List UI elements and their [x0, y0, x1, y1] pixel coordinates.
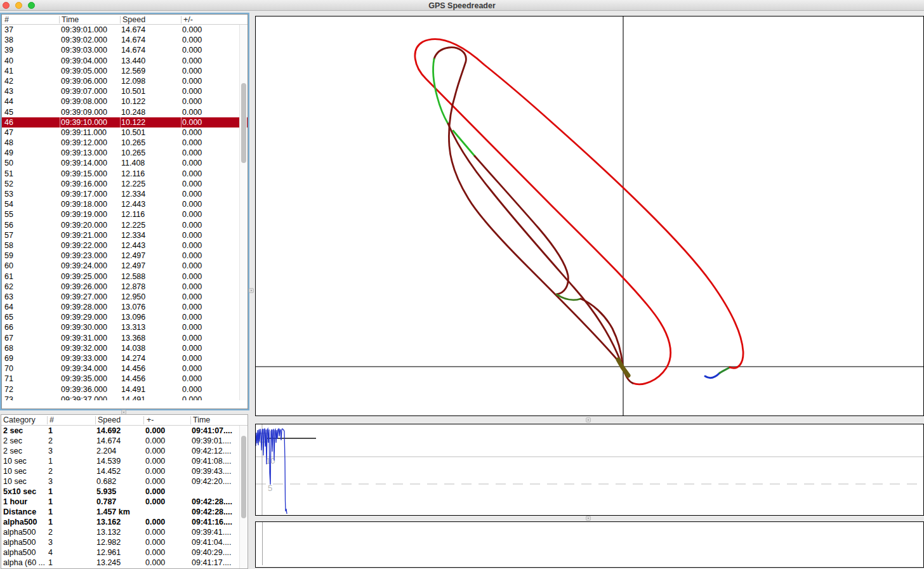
- table-row[interactable]: 2 sec214.6740.00009:39:01....: [1, 436, 248, 446]
- table-row[interactable]: 5509:39:19.00012.1160.000: [2, 209, 248, 219]
- column-separator: [120, 16, 121, 23]
- table-row[interactable]: 7109:39:35.00014.4560.000: [2, 374, 248, 384]
- horizontal-splitter-grip[interactable]: [586, 516, 591, 521]
- table-row[interactable]: 7209:39:36.00014.4910.000: [2, 384, 248, 395]
- column-header-category[interactable]: Category: [3, 415, 36, 424]
- table-row[interactable]: 7009:39:34.00014.4560.000: [2, 363, 248, 374]
- cell: 09:39:35.000: [61, 374, 121, 384]
- cell: 0.000: [182, 189, 238, 199]
- table-row[interactable]: 5909:39:23.00012.4970.000: [2, 251, 248, 261]
- table-row[interactable]: 7309:39:37.00014.4910.000: [2, 395, 248, 400]
- column-header-number[interactable]: #: [4, 15, 9, 24]
- table-row[interactable]: alpha (60 ...113.2450.00009:41:17....: [1, 558, 248, 568]
- cell: 0.000: [182, 322, 238, 332]
- table-row[interactable]: 10 sec214.4520.00009:39:43....: [1, 466, 248, 476]
- table-row[interactable]: 5409:39:18.00012.4430.000: [2, 199, 248, 209]
- cell: 09:39:09.000: [61, 107, 121, 117]
- table-row[interactable]: 4109:39:05.00012.5690.000: [2, 66, 248, 76]
- column-header-number[interactable]: #: [50, 415, 54, 424]
- cell: 43: [4, 86, 59, 96]
- table-row[interactable]: 4009:39:04.00013.4400.000: [2, 56, 248, 66]
- table-row[interactable]: 5709:39:21.00012.3340.000: [2, 230, 248, 240]
- speed-chart-canvas[interactable]: 105: [256, 424, 923, 515]
- table-row[interactable]: 4709:39:11.00010.5010.000: [2, 128, 248, 138]
- cell: 14.674: [96, 436, 143, 446]
- table-row[interactable]: 10 sec114.5390.00009:41:08....: [1, 456, 248, 466]
- table-row[interactable]: 5309:39:17.00012.3340.000: [2, 189, 248, 199]
- table-row[interactable]: 4609:39:10.00010.1220.000: [2, 117, 248, 128]
- cell: 1: [48, 426, 94, 436]
- gps-track-plot[interactable]: [255, 16, 924, 416]
- column-header-plusminus[interactable]: +-: [147, 415, 154, 424]
- table-row[interactable]: 6809:39:32.00014.0380.000: [2, 343, 248, 353]
- column-header-speed[interactable]: Speed: [98, 415, 121, 424]
- cell: 1: [48, 497, 94, 507]
- table-row[interactable]: 6109:39:25.00012.5880.000: [2, 271, 248, 282]
- table-row[interactable]: 5609:39:20.00012.2250.000: [2, 220, 248, 230]
- cell: 71: [4, 374, 59, 384]
- table-row[interactable]: 2 sec32.2040.00009:42:12....: [1, 446, 248, 456]
- table-row[interactable]: 5009:39:14.00011.4080.000: [2, 158, 248, 168]
- cell: 0.682: [96, 476, 143, 487]
- table-row[interactable]: 6509:39:29.00013.0960.000: [2, 312, 248, 322]
- table-row[interactable]: 6409:39:28.00013.0760.000: [2, 302, 248, 312]
- cell: 1 hour: [3, 497, 46, 507]
- table-row[interactable]: 4509:39:09.00010.2480.000: [2, 107, 248, 117]
- points-table-scrollbar[interactable]: [239, 25, 247, 400]
- table-row[interactable]: alpha500113.1620.00009:41:16....: [1, 517, 248, 527]
- column-header-speed[interactable]: Speed: [122, 15, 145, 24]
- column-header-time[interactable]: Time: [193, 415, 210, 424]
- vertical-splitter-grip[interactable]: [249, 288, 254, 293]
- cell: Distance: [3, 507, 46, 517]
- table-row[interactable]: 3809:39:02.00014.6740.000: [2, 35, 248, 45]
- gps-track-canvas[interactable]: [256, 16, 923, 415]
- table-row[interactable]: Distance11.457 km09:42:28....: [1, 507, 248, 517]
- cell: 0.000: [182, 384, 238, 395]
- cell: 0.000: [145, 487, 190, 497]
- table-row[interactable]: 4809:39:12.00010.2650.000: [2, 138, 248, 148]
- cell: 0.000: [182, 209, 238, 219]
- table-row[interactable]: 2 sec114.6920.00009:41:07....: [1, 426, 248, 436]
- cell: 09:39:24.000: [61, 261, 121, 271]
- horizontal-splitter-grip[interactable]: [586, 417, 591, 422]
- table-row[interactable]: 5809:39:22.00012.4430.000: [2, 240, 248, 251]
- table-row[interactable]: 6209:39:26.00012.8780.000: [2, 282, 248, 292]
- table-row[interactable]: 6009:39:24.00012.4970.000: [2, 261, 248, 271]
- table-row[interactable]: 6709:39:31.00013.3680.000: [2, 333, 248, 343]
- table-row[interactable]: 4209:39:06.00012.0980.000: [2, 76, 248, 86]
- cell: 09:41:04....: [192, 537, 237, 547]
- cell: 0.000: [182, 333, 238, 343]
- table-row[interactable]: alpha500312.9820.00009:41:04....: [1, 537, 248, 547]
- cell: 0.000: [182, 169, 238, 179]
- results-table-scrollbar[interactable]: [239, 426, 247, 568]
- table-row[interactable]: alpha500412.9610.00009:40:29....: [1, 547, 248, 558]
- table-row[interactable]: 3709:39:01.00014.6740.000: [2, 25, 248, 35]
- table-row[interactable]: 6309:39:27.00012.9500.000: [2, 292, 248, 302]
- table-row[interactable]: 1 hour10.7870.00009:42:28....: [1, 497, 248, 507]
- speed-chart[interactable]: 105: [255, 424, 924, 516]
- table-row[interactable]: 6609:39:30.00013.3130.000: [2, 322, 248, 332]
- table-row[interactable]: 10 sec30.6820.00009:42:20....: [1, 476, 248, 487]
- table-row[interactable]: 5x10 sec15.9350.000: [1, 487, 248, 497]
- cell: 0.000: [145, 558, 190, 568]
- cell: 10.248: [121, 107, 181, 117]
- cell: 09:39:22.000: [61, 240, 121, 251]
- table-row[interactable]: 5109:39:15.00012.1160.000: [2, 169, 248, 179]
- column-header-time[interactable]: Time: [62, 15, 79, 24]
- table-row[interactable]: 4409:39:08.00010.1220.000: [2, 96, 248, 107]
- column-header-plusminus[interactable]: +/-: [183, 15, 193, 24]
- scrollbar-thumb[interactable]: [241, 436, 246, 518]
- table-row[interactable]: 4909:39:13.00010.2650.000: [2, 148, 248, 158]
- cell: 1: [48, 517, 94, 527]
- table-row[interactable]: alpha500213.1320.00009:39:41....: [1, 527, 248, 537]
- table-row[interactable]: 6909:39:33.00014.2740.000: [2, 353, 248, 363]
- cell: 12.961: [96, 547, 143, 558]
- table-row[interactable]: 3909:39:03.00014.6740.000: [2, 45, 248, 55]
- cell: 09:39:03.000: [61, 45, 121, 55]
- cell: 13.440: [121, 56, 181, 66]
- scrollbar-thumb[interactable]: [241, 83, 246, 163]
- table-row[interactable]: 4309:39:07.00010.5010.000: [2, 86, 248, 96]
- table-row[interactable]: 5209:39:16.00012.2250.000: [2, 179, 248, 189]
- cell: 48: [4, 138, 59, 148]
- column-separator: [190, 416, 191, 424]
